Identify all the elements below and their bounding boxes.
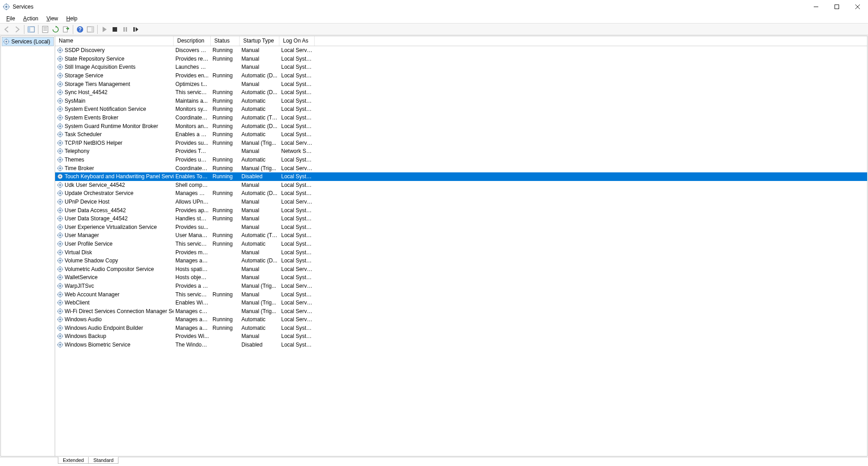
service-name-label: Storage Service — [65, 72, 103, 79]
service-name-label: Touch Keyboard and Handwriting Panel Ser… — [65, 173, 174, 180]
service-name-label: User Data Storage_44542 — [65, 215, 127, 222]
minimize-button[interactable] — [806, 0, 826, 14]
service-name-label: System Guard Runtime Monitor Broker — [65, 123, 158, 129]
menu-action[interactable]: Action — [19, 14, 42, 23]
tab-extended[interactable]: Extended — [58, 457, 88, 464]
service-row[interactable]: SSDP DiscoveryDiscovers ne...RunningManu… — [55, 46, 867, 55]
export-button[interactable] — [61, 24, 71, 34]
cell-startup: Manual — [240, 215, 279, 222]
service-name-label: SysMain — [65, 98, 85, 104]
service-row[interactable]: System Event Notification ServiceMonitor… — [55, 105, 867, 114]
gear-icon — [57, 308, 63, 314]
service-row[interactable]: User Data Storage_44542Handles stor...Ru… — [55, 214, 867, 223]
service-name-label: User Manager — [65, 232, 99, 238]
service-row[interactable]: Windows Audio Endpoint BuilderManages au… — [55, 324, 867, 333]
service-row[interactable]: Volumetric Audio Compositor ServiceHosts… — [55, 265, 867, 273]
service-row[interactable]: User ManagerUser Manag...RunningAutomati… — [55, 231, 867, 240]
service-row[interactable]: Sync Host_44542This service ...RunningAu… — [55, 88, 867, 97]
gear-icon — [57, 215, 63, 222]
service-name-label: User Experience Virtualization Service — [65, 224, 157, 230]
service-row[interactable]: WarpJITSvcProvides a JI...Manual (Trig..… — [55, 282, 867, 290]
service-row[interactable]: UPnP Device HostAllows UPnP...ManualLoca… — [55, 198, 867, 206]
service-row[interactable]: SysMainMaintains a...RunningAutomaticLoc… — [55, 97, 867, 105]
cell-description: Provides ap... — [174, 207, 211, 214]
gear-icon — [57, 199, 63, 205]
tree-item-services-local[interactable]: Services (Local) — [2, 37, 54, 46]
service-row[interactable]: Windows Biometric ServiceThe Window...Di… — [55, 341, 867, 349]
service-row[interactable]: Volume Shadow CopyManages an...Automatic… — [55, 257, 867, 265]
service-row[interactable]: Storage Tiers ManagementOptimizes t...Ma… — [55, 80, 867, 88]
service-row[interactable]: User Data Access_44542Provides ap...Runn… — [55, 206, 867, 214]
service-row[interactable]: Web Account ManagerThis service i...Runn… — [55, 290, 867, 299]
service-row[interactable]: Still Image Acquisition EventsLaunches a… — [55, 63, 867, 71]
column-header-status[interactable]: Status — [211, 36, 240, 46]
help-button[interactable]: ? — [75, 24, 85, 34]
gear-icon — [57, 241, 63, 247]
service-row[interactable]: Touch Keyboard and Handwriting Panel Ser… — [55, 172, 867, 181]
cell-name: WalletService — [55, 274, 174, 281]
service-row[interactable]: User Experience Virtualization ServicePr… — [55, 223, 867, 231]
menu-view[interactable]: View — [43, 14, 62, 23]
service-row[interactable]: Task SchedulerEnables a us...RunningAuto… — [55, 130, 867, 139]
column-header-startup[interactable]: Startup Type — [240, 36, 279, 46]
cell-startup: Automatic — [240, 98, 279, 104]
properties-button[interactable] — [40, 24, 50, 34]
service-row[interactable]: Update Orchestrator ServiceManages Wi...… — [55, 189, 867, 198]
refresh-button[interactable] — [51, 24, 61, 34]
service-row[interactable]: Storage ServiceProvides en...RunningAuto… — [55, 71, 867, 80]
cell-logon: Local System — [279, 89, 315, 95]
service-row[interactable]: ThemesProvides use...RunningAutomaticLoc… — [55, 156, 867, 164]
cell-logon: Local System — [279, 106, 315, 112]
close-button[interactable] — [847, 0, 868, 14]
service-row[interactable]: Udk User Service_44542Shell compo...Manu… — [55, 181, 867, 190]
service-row[interactable]: System Events BrokerCoordinates...Runnin… — [55, 114, 867, 122]
cell-startup: Manual (Trig... — [240, 165, 279, 171]
service-row[interactable]: Virtual DiskProvides ma...ManualLocal Sy… — [55, 248, 867, 257]
cell-logon: Local Service — [279, 308, 315, 314]
cell-status: Running — [211, 215, 240, 222]
service-row[interactable]: Wi-Fi Direct Services Connection Manager… — [55, 307, 867, 315]
cell-logon: Local System — [279, 114, 315, 121]
restart-service-button[interactable] — [131, 24, 141, 34]
service-rows[interactable]: SSDP DiscoveryDiscovers ne...RunningManu… — [55, 46, 867, 456]
service-name-label: TCP/IP NetBIOS Helper — [65, 140, 123, 146]
cell-logon: Local Service — [279, 316, 315, 323]
cell-startup: Manual — [240, 64, 279, 70]
cell-startup: Manual (Trig... — [240, 140, 279, 146]
service-row[interactable]: System Guard Runtime Monitor BrokerMonit… — [55, 122, 867, 130]
show-hide-action-pane-button[interactable] — [85, 24, 95, 34]
gear-icon — [57, 283, 63, 289]
service-row[interactable]: TCP/IP NetBIOS HelperProvides su...Runni… — [55, 139, 867, 147]
cell-logon: Local System — [279, 215, 315, 222]
tab-standard[interactable]: Standard — [88, 457, 118, 464]
menu-file[interactable]: File — [3, 14, 19, 23]
menu-help[interactable]: Help — [63, 14, 81, 23]
service-row[interactable]: User Profile ServiceThis service i...Run… — [55, 240, 867, 248]
column-header-name[interactable]: Name — [55, 36, 174, 46]
maximize-button[interactable] — [826, 0, 847, 14]
cell-status: Running — [211, 47, 240, 53]
service-row[interactable]: WebClientEnables Win...Manual (Trig...Lo… — [55, 299, 867, 307]
cell-name: Storage Tiers Management — [55, 81, 174, 87]
service-row[interactable]: Windows AudioManages au...RunningAutomat… — [55, 315, 867, 324]
gear-icon — [57, 232, 63, 238]
menu-file-label: ile — [9, 15, 15, 22]
service-row[interactable]: Time BrokerCoordinates...RunningManual (… — [55, 164, 867, 172]
service-row[interactable]: Windows BackupProvides Wi...ManualLocal … — [55, 332, 867, 341]
column-header-description[interactable]: Description — [174, 36, 211, 46]
service-row[interactable]: State Repository ServiceProvides req...R… — [55, 55, 867, 63]
cell-description: Manages au... — [174, 325, 211, 331]
tree-pane[interactable]: Services (Local) — [1, 36, 55, 456]
cell-startup: Disabled — [240, 173, 279, 180]
service-row[interactable]: TelephonyProvides Tel...ManualNetwork Se… — [55, 147, 867, 156]
cell-startup: Manual — [240, 249, 279, 256]
show-hide-tree-button[interactable] — [26, 24, 36, 34]
column-header-logon[interactable]: Log On As — [279, 36, 315, 46]
cell-startup: Manual — [240, 56, 279, 62]
cell-status: Running — [211, 291, 240, 298]
cell-logon: Local Service — [279, 47, 315, 53]
stop-service-button[interactable] — [110, 24, 120, 34]
cell-startup: Automatic (D... — [240, 123, 279, 129]
svg-rect-11 — [28, 27, 30, 32]
service-row[interactable]: WalletServiceHosts object...ManualLocal … — [55, 273, 867, 282]
